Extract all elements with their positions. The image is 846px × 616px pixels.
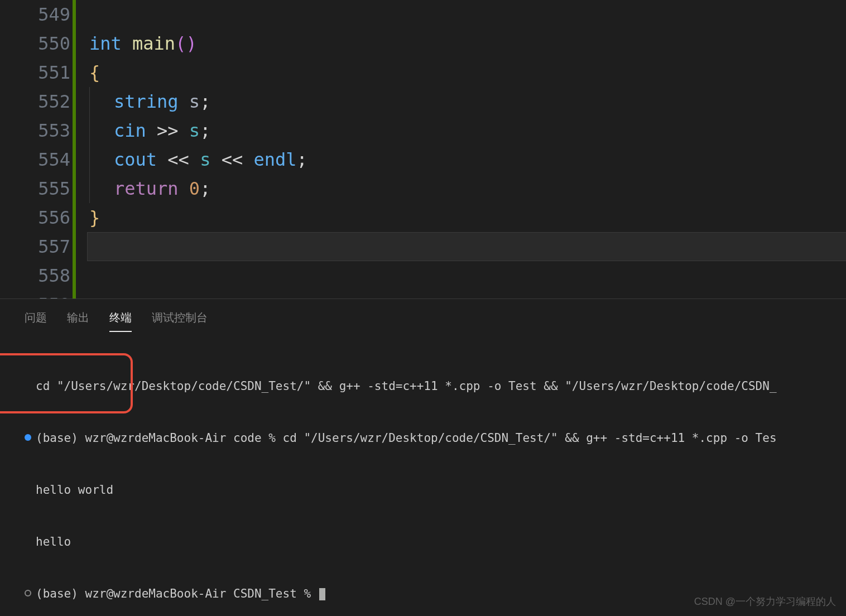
code-line[interactable]: string s; bbox=[89, 87, 846, 116]
terminal-line: (base) wzr@wzrdeMacBook-Air code % cd "/… bbox=[25, 430, 821, 447]
tab-debug-console[interactable]: 调试控制台 bbox=[152, 306, 208, 332]
code-line[interactable] bbox=[89, 261, 846, 290]
code-line[interactable]: } bbox=[89, 203, 846, 232]
code-line[interactable]: return 0; bbox=[89, 174, 846, 203]
code-line[interactable]: { bbox=[89, 58, 846, 87]
code-line[interactable]: int main() bbox=[89, 29, 846, 58]
code-area[interactable]: int main(){string s;cin >> s;cout << s <… bbox=[89, 0, 846, 299]
tab-terminal[interactable]: 终端 bbox=[109, 306, 132, 332]
line-number: 559 bbox=[0, 290, 70, 299]
terminal-cursor bbox=[319, 588, 325, 600]
code-line[interactable] bbox=[87, 232, 846, 261]
line-number: 550 bbox=[0, 29, 70, 58]
terminal-body[interactable]: cd "/Users/wzr/Desktop/code/CSDN_Test/" … bbox=[0, 332, 846, 616]
terminal-line: hello bbox=[25, 533, 821, 551]
line-number: 551 bbox=[0, 58, 70, 87]
line-number: 555 bbox=[0, 174, 70, 203]
code-line[interactable] bbox=[89, 0, 846, 29]
code-line[interactable]: cin >> s; bbox=[89, 116, 846, 145]
line-number: 553 bbox=[0, 116, 70, 145]
bottom-panel: 问题 输出 终端 调试控制台 cd "/Users/wzr/Desktop/co… bbox=[0, 299, 846, 616]
line-number: 558 bbox=[0, 261, 70, 290]
tab-problems[interactable]: 问题 bbox=[25, 306, 47, 332]
code-line[interactable] bbox=[89, 290, 846, 299]
line-number-gutter: 549550551552553554555556557558559 bbox=[0, 0, 73, 299]
line-number: 552 bbox=[0, 87, 70, 116]
panel-tab-bar: 问题 输出 终端 调试控制台 bbox=[0, 299, 846, 332]
line-number: 549 bbox=[0, 0, 70, 29]
line-number: 556 bbox=[0, 203, 70, 232]
modified-indicator-bar bbox=[73, 0, 76, 299]
prompt-dot-icon bbox=[25, 434, 31, 441]
editor-pane: 549550551552553554555556557558559 int ma… bbox=[0, 0, 846, 299]
terminal-line: hello world bbox=[25, 482, 821, 499]
watermark-text: CSDN @一个努力学习编程的人 bbox=[694, 595, 836, 608]
tab-output[interactable]: 输出 bbox=[67, 306, 89, 332]
line-number: 554 bbox=[0, 145, 70, 174]
line-number: 557 bbox=[0, 232, 70, 261]
code-line[interactable]: cout << s << endl; bbox=[89, 145, 846, 174]
prompt-dot-icon bbox=[25, 590, 31, 596]
terminal-line: cd "/Users/wzr/Desktop/code/CSDN_Test/" … bbox=[25, 378, 821, 395]
